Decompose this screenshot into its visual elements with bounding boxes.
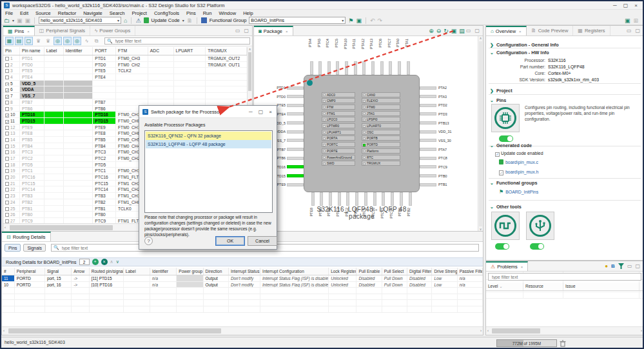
column-header-adc[interactable]: ADC xyxy=(148,47,174,55)
package-pin[interactable] xyxy=(311,192,315,206)
tab-pins[interactable]: ▦ Pins× xyxy=(3,26,35,35)
peripheral-block-portb[interactable]: PORTB xyxy=(362,135,400,141)
menu-item-file[interactable]: File xyxy=(5,10,13,16)
window-maximize-button[interactable]: ▢ xyxy=(623,3,629,8)
package-pin[interactable] xyxy=(354,61,357,75)
column-header-ftm[interactable]: FTM xyxy=(116,47,148,55)
pin-checkbox[interactable] xyxy=(5,194,9,198)
add-route-icon[interactable]: + xyxy=(92,259,99,265)
peripheral-block-portc[interactable]: PORTC xyxy=(322,142,355,147)
package-pin[interactable] xyxy=(420,157,436,160)
column-header[interactable]: Lock Register xyxy=(329,268,356,275)
view-list-icon[interactable]: ▤ xyxy=(15,37,23,45)
update-code-button[interactable]: Update Code xyxy=(151,17,180,23)
undo-icon[interactable]: ↶ xyxy=(370,17,375,24)
package-pin[interactable] xyxy=(345,61,348,75)
package-pin[interactable] xyxy=(338,192,341,206)
unroute-icon[interactable]: ◎ xyxy=(73,37,81,45)
peripheral-block-lpspi0[interactable]: LPSPI0 xyxy=(362,117,400,122)
package-pin[interactable] xyxy=(391,192,394,206)
pin-checkbox[interactable] xyxy=(5,145,9,148)
peripheral-block-cmp0[interactable]: CMP0 xyxy=(322,98,355,103)
menu-item-refactor[interactable]: Refactor xyxy=(58,10,76,16)
column-header[interactable]: Digital Filter xyxy=(407,268,432,275)
pins-filter-input[interactable] xyxy=(114,38,248,44)
column-header[interactable]: Interrupt Configuration xyxy=(260,268,329,275)
problems-horizontal-scrollbar[interactable]: ‹› xyxy=(486,326,643,335)
redo-icon[interactable]: ↷ xyxy=(377,17,382,24)
pin-checkbox[interactable]: ✓ xyxy=(5,95,9,99)
dialog-minimize-icon[interactable]: ─ xyxy=(249,109,253,115)
section-hw-info[interactable]: ⌄Configuration - HW Info xyxy=(490,50,549,55)
package-pin[interactable] xyxy=(320,192,323,206)
column-header[interactable]: Passive Filter xyxy=(458,268,483,275)
table-row[interactable]: 11PORTDport, 15->[11] PTD15n/aOutputDon'… xyxy=(2,275,483,282)
package-pin[interactable] xyxy=(420,104,436,107)
peripheral-block-can0[interactable]: CAN0 xyxy=(362,92,400,97)
package-vertical-scrollbar[interactable]: ∧∨ xyxy=(478,36,483,232)
package-pin[interactable] xyxy=(329,192,332,206)
package-pin[interactable] xyxy=(287,121,304,125)
section-project[interactable]: ❯Project xyxy=(490,88,512,94)
package-pin[interactable] xyxy=(382,192,385,206)
menu-item-window[interactable]: Window xyxy=(219,10,236,16)
package-pin[interactable] xyxy=(287,130,304,134)
cancel-button[interactable]: Cancel xyxy=(248,236,277,246)
section-general-info[interactable]: ❯Configuration - General Info xyxy=(490,42,559,48)
tab-package[interactable]: ◙ Package× xyxy=(254,26,293,35)
minimize-view-icon[interactable]: ▭ xyxy=(235,28,240,34)
pin-checkbox[interactable] xyxy=(5,138,9,142)
package-pin[interactable] xyxy=(420,86,436,90)
close-icon[interactable]: × xyxy=(521,265,523,269)
package-pin[interactable] xyxy=(287,183,304,186)
pin-checkbox[interactable] xyxy=(5,63,9,67)
view-empty-icon[interactable]: ▢ xyxy=(24,37,33,45)
menu-item-pins[interactable]: Pins xyxy=(186,10,196,16)
peripheral-block-ftm0[interactable]: FTM0 xyxy=(362,105,400,110)
package-pin[interactable] xyxy=(420,165,436,168)
column-header-port[interactable]: PORT xyxy=(93,47,116,55)
peripheral-block-portd[interactable]: PORTD xyxy=(362,142,400,147)
column-header[interactable]: Interrupt Status xyxy=(229,268,260,275)
package-pin[interactable] xyxy=(362,61,366,75)
column-header-trgmux[interactable]: TRGMUX xyxy=(206,47,247,55)
peripherals-tool-toggle[interactable] xyxy=(530,243,544,250)
problems-filter-input[interactable] xyxy=(491,274,639,280)
peripheral-block-rtc[interactable]: RTC xyxy=(362,155,400,160)
perspective-other-icon[interactable]: ⊞ xyxy=(633,17,638,24)
pin-checkbox[interactable] xyxy=(5,150,9,154)
column-header-label[interactable]: Label xyxy=(44,47,64,55)
group-settings-icon[interactable]: ▣ xyxy=(356,17,362,24)
pin-checkbox[interactable] xyxy=(5,157,9,161)
processor-packages-list[interactable]: S32K116_QFN32 - QFN 32 packageS32K116_LQ… xyxy=(144,130,273,213)
minimize-view-icon[interactable]: ▭ xyxy=(466,28,471,34)
minimize-view-icon[interactable]: ▭ xyxy=(627,263,632,269)
package-pin[interactable] xyxy=(287,139,304,142)
pin-checkbox[interactable] xyxy=(5,169,9,173)
peripheral-block-powerandground[interactable]: PowerAndGround xyxy=(322,155,355,160)
package-pin[interactable] xyxy=(355,192,358,206)
maximize-view-icon[interactable]: ▢ xyxy=(244,28,249,34)
maximize-view-icon[interactable]: ▢ xyxy=(474,28,480,34)
memory-gauge[interactable]: 772M of 1995M xyxy=(496,339,557,347)
tab-overview[interactable]: ⌂ Overview× xyxy=(486,26,527,35)
functional-group-link[interactable]: ⚑BOARD_InitPins xyxy=(499,189,538,195)
move-down-icon[interactable]: ∨ xyxy=(116,259,119,264)
ok-button[interactable]: OK xyxy=(215,236,245,246)
power-icon[interactable]: ϟ xyxy=(83,37,91,45)
move-up-icon[interactable]: ∧ xyxy=(110,259,113,264)
package-pin[interactable] xyxy=(420,139,436,142)
package-pin[interactable] xyxy=(287,157,304,160)
clocks-tool-toggle[interactable] xyxy=(495,243,509,250)
package-pin[interactable] xyxy=(287,104,304,107)
peripheral-block-lptmr0[interactable]: LPTMR0 xyxy=(322,123,355,128)
pin-checkbox[interactable] xyxy=(5,182,9,186)
peripheral-block-lpi2c0[interactable]: LPI2C0 xyxy=(322,117,355,122)
peripheral-block-porta[interactable]: PORTA xyxy=(322,135,355,141)
warning-icon[interactable]: ⚠ xyxy=(135,17,141,24)
pin-checkbox[interactable] xyxy=(5,213,9,217)
update-code-checkbox[interactable]: ✓Update code enabled xyxy=(495,151,543,157)
peripheral-block-porte[interactable]: PORTE xyxy=(322,148,355,154)
package-pin[interactable] xyxy=(420,121,436,125)
dialog-maximize-icon[interactable]: ▢ xyxy=(259,109,264,115)
